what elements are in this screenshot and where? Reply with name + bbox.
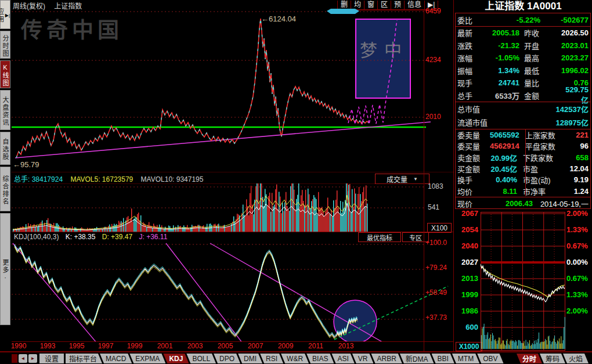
quote-value: 1.24 [561,187,589,196]
date-axis-label: 2003 [183,342,207,350]
quote-label: 上涨家数 [525,129,564,140]
sidebar-item-apps[interactable]: ▶| 应用 [0,0,10,29]
price-axis-label: 6459 [425,8,441,15]
intraday-price-label: 1986 [456,307,478,315]
indicator-tab[interactable]: BBI [432,354,454,363]
quote-row: 流通市值 128975亿 [456,116,590,129]
volume-unit-label: X100 [431,224,447,232]
indicator-tab[interactable]: DPO [214,354,240,363]
date-axis-label: 1999 [123,342,146,350]
sidebar-item-more[interactable]: 更多· [0,213,10,325]
indicator-tab[interactable]: BIAS [306,354,334,363]
kdj-chart[interactable] [12,242,453,341]
quote-value: 142537亿 [510,103,589,114]
kdj-axis-label: +37.73 [425,314,447,322]
kdj-j-value: J: +36.11 [139,233,168,241]
quote-label: 涨幅 [457,52,492,63]
volume-total: 总手: 38417924 [14,175,63,183]
quote-row: 振幅 1.34% 最低 1996.02 [456,64,590,77]
best-indicator-button[interactable]: 最优指标 [358,232,401,242]
indicator-tab[interactable]: VR [352,354,374,363]
zone-label: 专区 [409,233,422,242]
view-tab[interactable]: 火焰 [563,354,589,363]
volume-chart[interactable] [12,183,453,232]
main-price-chart[interactable] [12,8,453,172]
indicator-tab[interactable]: BOLL [186,354,216,363]
quote-row-current: 现价 2006.43 2014-05-19,一 [456,197,590,210]
quote-label: 开盘 [524,40,561,51]
quote-row: 委卖量 5065592 上涨家数 221 [456,129,590,140]
indicator-tab[interactable]: MACD [100,354,132,363]
sidebar-item-label: 自选股 [1,138,10,161]
play-icon: ▶| [5,13,10,18]
price-axis-label: 4234 [425,56,441,64]
quote-row: 均价 8.11 市净率 1.24 [456,185,590,196]
view-tab[interactable]: 筹码 [540,354,565,363]
kdj-axis-label: +100.0 [425,239,447,247]
sidebar-item-label: 大盘资讯 [1,96,10,127]
scroll-right-button[interactable]: ► [28,354,37,363]
intraday-price-label: 2013 [456,275,478,283]
date-axis-label: 1995 [65,342,88,350]
volume-indicator-dropdown[interactable]: 成交量 ▼ [375,174,429,184]
view-tab[interactable]: 分时 [517,354,542,363]
quote-value: 221 [564,131,589,139]
indicator-platform-button[interactable]: 指标平台 [66,354,102,363]
indicator-tab[interactable]: ARBR [371,354,402,363]
intraday-percent-label: 0.67% [566,275,591,283]
quote-label: 最高 [524,52,561,63]
resize-handle[interactable] [12,354,17,363]
chevron-down-icon: ▼ [413,176,418,182]
app-window: ▶| 应用 分时图 K线图 大盘资讯 自选股 综合排名 更多· 周线(复权) 上… [0,0,592,364]
quote-value: 8.11 [490,187,517,196]
peak-annotation: ←6124.04 [261,15,296,23]
date-axis-label: 2009 [274,342,297,350]
sidebar-item-label: 分时图 [1,35,10,57]
indicator-tab[interactable]: ASI [331,354,354,363]
right-tab-group: 分时筹码火焰 [519,354,589,363]
indicator-tab[interactable]: RSI [260,354,283,363]
sidebar-item-market-news[interactable]: 大盘资讯 [0,90,10,130]
quote-row: 涨跌 -21.32 开盘 2023.01 [456,39,590,52]
indicator-tab[interactable]: EXPMA [129,354,165,363]
quote-label: 买金额 [457,163,490,174]
quote-label: 最低 [524,65,561,76]
indicator-tab[interactable]: MTM [452,354,479,363]
sidebar-item-ranking[interactable]: 综合排名 [0,167,10,211]
indicator-tab[interactable]: DMI [238,354,262,363]
quote-row-weibi: 委比 -5.22% -502677 [456,13,590,26]
settings-button[interactable]: 设置 [39,354,64,363]
scroll-left-button[interactable]: ◄ [19,354,27,363]
quote-row: 委买量 4562914 平盘家数 96 [456,140,590,152]
date-axis-label: 2013 [334,342,358,350]
volume-mavol10: MAVOL10: 9347195 [141,175,204,183]
quote-value: -1.05% [492,53,519,62]
intraday-unit-label: X1000 [459,343,479,351]
sidebar-item-label: 更多· [1,259,10,282]
volume-mavol5: MAVOL5: 16723579 [70,175,133,183]
sidebar-item-watchlist[interactable]: 自选股 [0,132,10,165]
kdj-header: KDJ(100,40,3) K: +38.35 D: +39.47 J: +36… [14,233,167,241]
intraday-chart[interactable] [481,212,565,351]
intraday-price-label: 1999 [456,291,478,299]
sidebar-item-intraday-chart[interactable]: 分时图 [0,31,10,59]
indicator-tab[interactable]: KDJ [163,354,189,363]
sidebar-item-label: K线图 [1,64,10,87]
sidebar-item-kline-chart[interactable]: K线图 [0,60,10,88]
indicator-tab[interactable]: OBV [477,354,503,363]
date-axis-label: 2007 [244,342,267,350]
quote-value: 128975亿 [510,117,589,128]
sidebar-item-label: 应用 [0,8,5,23]
best-indicator-label: 最优指标 [367,233,392,242]
quote-label: 委卖量 [457,129,490,140]
quote-label: 市盈 [523,163,561,174]
price-axis-label: 2010 [425,113,441,121]
intraday-percent-label: 1.33% [566,291,591,299]
kdj-d-value: D: +39.47 [102,233,132,241]
quote-row: 总市值 142537亿 [456,102,590,116]
indicator-tab[interactable]: 新DMA [400,354,434,363]
indicator-tab[interactable]: W&R [281,354,309,363]
kdj-name: KDJ(100,40,3) [14,233,59,241]
quote-value: 2005.18 [492,28,519,37]
quote-label: 量比 [524,77,561,88]
